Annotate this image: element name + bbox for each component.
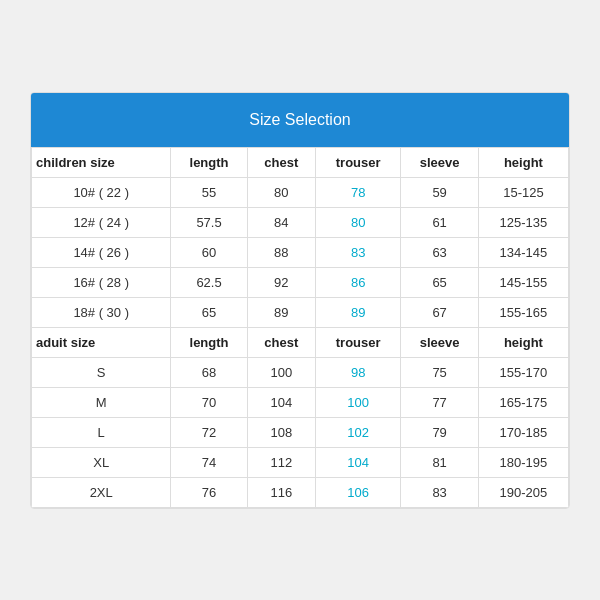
data-cell-col3: 92 <box>247 267 315 297</box>
data-cell-col4: 100 <box>315 387 400 417</box>
data-cell-col2: 70 <box>171 387 247 417</box>
data-cell-col1: 12# ( 24 ) <box>32 207 171 237</box>
data-cell-col5: 79 <box>401 417 478 447</box>
data-cell-col6: 125-135 <box>478 207 568 237</box>
data-cell-col1: 10# ( 22 ) <box>32 177 171 207</box>
data-cell-col2: 72 <box>171 417 247 447</box>
data-cell-col4: 80 <box>315 207 400 237</box>
data-cell-col3: 104 <box>247 387 315 417</box>
data-cell-col2: 68 <box>171 357 247 387</box>
data-cell-col6: 165-175 <box>478 387 568 417</box>
data-cell-col6: 180-195 <box>478 447 568 477</box>
data-cell-col6: 15-125 <box>478 177 568 207</box>
header-cell-col5: sleeve <box>401 147 478 177</box>
header-cell-col4: trouser <box>315 327 400 357</box>
data-cell-col4: 102 <box>315 417 400 447</box>
data-cell-col1: S <box>32 357 171 387</box>
size-selection-card: Size Selection children sizelengthchestt… <box>30 92 570 509</box>
data-cell-col6: 134-145 <box>478 237 568 267</box>
data-cell-col3: 84 <box>247 207 315 237</box>
data-cell-col5: 67 <box>401 297 478 327</box>
data-cell-col3: 112 <box>247 447 315 477</box>
data-cell-col2: 74 <box>171 447 247 477</box>
data-cell-col3: 89 <box>247 297 315 327</box>
size-table: children sizelengthchesttrousersleevehei… <box>31 147 569 508</box>
data-cell-col5: 77 <box>401 387 478 417</box>
header-cell-col2: length <box>171 147 247 177</box>
data-cell-col3: 88 <box>247 237 315 267</box>
data-cell-col3: 108 <box>247 417 315 447</box>
header-cell-col2: length <box>171 327 247 357</box>
data-cell-col2: 55 <box>171 177 247 207</box>
data-cell-col4: 89 <box>315 297 400 327</box>
data-cell-col1: XL <box>32 447 171 477</box>
header-cell-col4: trouser <box>315 147 400 177</box>
data-cell-col6: 145-155 <box>478 267 568 297</box>
data-cell-col2: 65 <box>171 297 247 327</box>
data-cell-col5: 59 <box>401 177 478 207</box>
data-cell-col2: 62.5 <box>171 267 247 297</box>
header-cell-col3: chest <box>247 147 315 177</box>
data-cell-col5: 75 <box>401 357 478 387</box>
data-cell-col5: 61 <box>401 207 478 237</box>
header-cell-col5: sleeve <box>401 327 478 357</box>
data-cell-col3: 116 <box>247 477 315 507</box>
data-cell-col3: 100 <box>247 357 315 387</box>
data-cell-col5: 63 <box>401 237 478 267</box>
data-cell-col2: 57.5 <box>171 207 247 237</box>
data-cell-col4: 86 <box>315 267 400 297</box>
header-cell-col1: children size <box>32 147 171 177</box>
table-title: Size Selection <box>31 93 569 147</box>
data-cell-col4: 104 <box>315 447 400 477</box>
header-cell-col6: height <box>478 327 568 357</box>
data-cell-col6: 155-170 <box>478 357 568 387</box>
data-cell-col4: 98 <box>315 357 400 387</box>
data-cell-col1: 18# ( 30 ) <box>32 297 171 327</box>
header-cell-col6: height <box>478 147 568 177</box>
data-cell-col5: 83 <box>401 477 478 507</box>
data-cell-col4: 83 <box>315 237 400 267</box>
data-cell-col1: 14# ( 26 ) <box>32 237 171 267</box>
data-cell-col6: 190-205 <box>478 477 568 507</box>
data-cell-col1: L <box>32 417 171 447</box>
header-cell-col3: chest <box>247 327 315 357</box>
data-cell-col3: 80 <box>247 177 315 207</box>
data-cell-col6: 155-165 <box>478 297 568 327</box>
data-cell-col5: 65 <box>401 267 478 297</box>
data-cell-col1: 2XL <box>32 477 171 507</box>
header-cell-col1: aduit size <box>32 327 171 357</box>
data-cell-col4: 106 <box>315 477 400 507</box>
data-cell-col2: 76 <box>171 477 247 507</box>
data-cell-col6: 170-185 <box>478 417 568 447</box>
data-cell-col1: M <box>32 387 171 417</box>
data-cell-col4: 78 <box>315 177 400 207</box>
data-cell-col1: 16# ( 28 ) <box>32 267 171 297</box>
data-cell-col2: 60 <box>171 237 247 267</box>
data-cell-col5: 81 <box>401 447 478 477</box>
